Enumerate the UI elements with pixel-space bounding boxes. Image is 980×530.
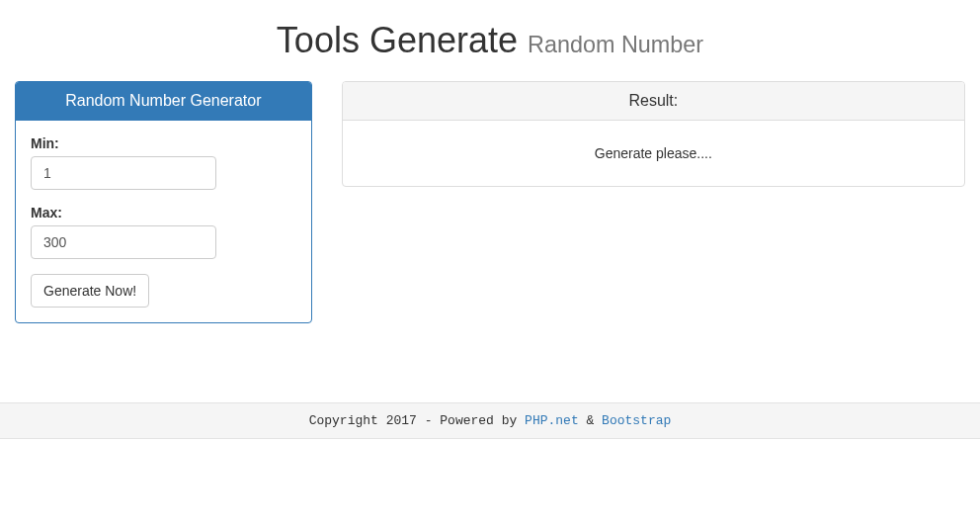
max-form-group: Max: (31, 205, 296, 259)
min-form-group: Min: (31, 135, 296, 190)
title-main: Tools Generate (277, 20, 518, 60)
page-title: Tools Generate Random Number (15, 20, 965, 61)
result-panel-heading: Result: (343, 82, 964, 121)
result-text: Generate please.... (358, 135, 949, 171)
generator-panel: Random Number Generator Min: Max: Genera… (15, 81, 312, 323)
left-column: Random Number Generator Min: Max: Genera… (0, 81, 327, 343)
copyright-text: Copyright 2017 - Powered by (309, 413, 525, 428)
result-panel: Result: Generate please.... (342, 81, 965, 187)
max-label: Max: (31, 205, 62, 221)
title-sub: Random Number (528, 32, 703, 57)
content-row: Random Number Generator Min: Max: Genera… (0, 81, 980, 343)
footer: Copyright 2017 - Powered by PHP.net & Bo… (0, 402, 980, 439)
php-link[interactable]: PHP.net (525, 413, 579, 428)
result-panel-title: Result: (358, 92, 949, 110)
result-panel-body: Generate please.... (343, 121, 964, 186)
footer-separator: & (579, 413, 602, 428)
min-input[interactable] (31, 156, 216, 190)
right-column: Result: Generate please.... (327, 81, 980, 343)
bootstrap-link[interactable]: Bootstrap (602, 413, 671, 428)
main-container: Tools Generate Random Number Random Numb… (0, 20, 980, 343)
generator-panel-heading: Random Number Generator (16, 82, 311, 121)
generator-panel-title: Random Number Generator (31, 92, 296, 110)
min-label: Min: (31, 135, 59, 151)
generate-button[interactable]: Generate Now! (31, 274, 149, 308)
generator-panel-body: Min: Max: Generate Now! (16, 121, 311, 322)
max-input[interactable] (31, 225, 216, 259)
